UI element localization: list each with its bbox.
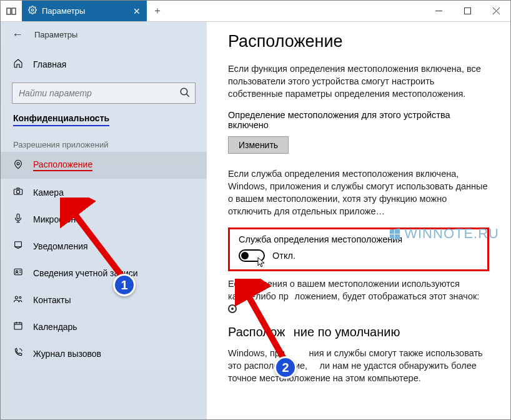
location-icon (13, 159, 23, 171)
nav-item-label: Контакты (33, 295, 71, 305)
contacts-icon (13, 294, 23, 306)
search-icon (179, 87, 191, 101)
search-input[interactable] (12, 82, 196, 104)
nav-item-location[interactable]: Расположение (1, 152, 207, 179)
search-box[interactable] (12, 82, 196, 104)
tab-close-icon[interactable]: ✕ (133, 6, 141, 16)
nav-item-notifications[interactable]: Уведомления (1, 232, 207, 259)
svg-line-8 (186, 94, 189, 97)
cursor-icon (257, 257, 266, 270)
svg-rect-14 (14, 269, 22, 274)
usage-indicator-text: ЕслXXXдения о вашем местоположении испол… (228, 278, 489, 315)
gear-icon (28, 6, 37, 16)
svg-point-2 (31, 9, 34, 11)
titlebar: Параметры ✕ ＋ (1, 1, 510, 22)
maximize-button[interactable] (453, 1, 482, 21)
intro-text: Если функция определения местоположения … (228, 62, 489, 100)
category-heading[interactable]: Конфиденциальность (13, 113, 109, 126)
new-tab-button[interactable]: ＋ (147, 1, 168, 21)
nav-item-label: Журнал вызовов (33, 349, 101, 359)
camera-icon (13, 186, 23, 198)
account-info-icon (13, 267, 23, 279)
nav-item-label: Камера (33, 188, 64, 198)
svg-rect-18 (14, 322, 22, 329)
minimize-button[interactable] (424, 1, 453, 21)
nav-item-label: Микрофон (33, 214, 76, 224)
device-location-status: Определение местоположения для этого уст… (228, 110, 489, 130)
windows-logo-icon (388, 227, 402, 241)
microphone-icon (13, 213, 23, 225)
header-title: Параметры (34, 30, 77, 39)
nav-item-account-info[interactable]: Сведения учетной записи (1, 259, 207, 286)
call-history-icon (13, 348, 23, 359)
calendar-icon (13, 321, 23, 332)
nav-item-label: Календарь (33, 322, 77, 332)
task-view-button[interactable] (1, 1, 22, 21)
window-controls (424, 1, 510, 21)
home-icon (13, 58, 23, 70)
header: ← Параметры (1, 22, 207, 47)
active-tab[interactable]: Параметры ✕ (22, 1, 147, 21)
svg-point-9 (17, 162, 19, 165)
nav-item-camera[interactable]: Камера (1, 179, 207, 206)
nav-home[interactable]: Главная (1, 52, 207, 76)
nav-home-label: Главная (33, 59, 66, 69)
nav-item-calendar[interactable]: Календарь (1, 313, 207, 340)
nav-item-label: Расположение (33, 159, 92, 171)
nav-item-call-history[interactable]: Журнал вызовов (1, 340, 207, 367)
watermark-text: WINNOTE.RU (404, 226, 499, 242)
toggle-state-label: Откл. (272, 251, 295, 261)
location-service-toggle[interactable] (239, 249, 265, 262)
nav-item-label: Уведомления (33, 241, 88, 251)
toggle-knob (241, 252, 249, 259)
svg-rect-0 (7, 8, 11, 14)
watermark: WINNOTE.RU (388, 226, 499, 242)
annotation-badge-2: 2 (274, 356, 297, 379)
back-button[interactable]: ← (12, 28, 23, 41)
svg-rect-4 (464, 8, 470, 14)
tab-label: Параметры (42, 6, 85, 16)
svg-rect-13 (15, 242, 22, 247)
section-heading: Разрешения приложений (1, 126, 207, 152)
annotation-badge-1: 1 (113, 274, 136, 296)
nav-item-microphone[interactable]: Микрофон (1, 206, 207, 232)
svg-rect-1 (12, 8, 16, 14)
notifications-icon (13, 240, 23, 252)
service-description: Если служба определения местоположения в… (228, 168, 489, 218)
svg-point-11 (16, 190, 19, 193)
content: Расположение Если функция определения ме… (207, 22, 510, 419)
nav-item-contacts[interactable]: Контакты (1, 286, 207, 313)
close-button[interactable] (482, 1, 510, 21)
default-location-text: Windows, приXXXXния и службы смогут такж… (228, 347, 489, 384)
svg-point-15 (16, 271, 18, 272)
svg-point-17 (19, 296, 21, 298)
svg-point-16 (15, 296, 17, 299)
location-indicator-icon (228, 304, 237, 313)
svg-point-7 (181, 88, 187, 95)
default-location-heading: РасположXние по умолчанию (228, 325, 489, 339)
svg-rect-12 (17, 214, 19, 219)
change-button[interactable]: Изменить (228, 136, 289, 154)
sidebar: Главная Конфиденциальность Разрешения пр… (1, 47, 207, 367)
page-title: Расположение (228, 32, 489, 51)
